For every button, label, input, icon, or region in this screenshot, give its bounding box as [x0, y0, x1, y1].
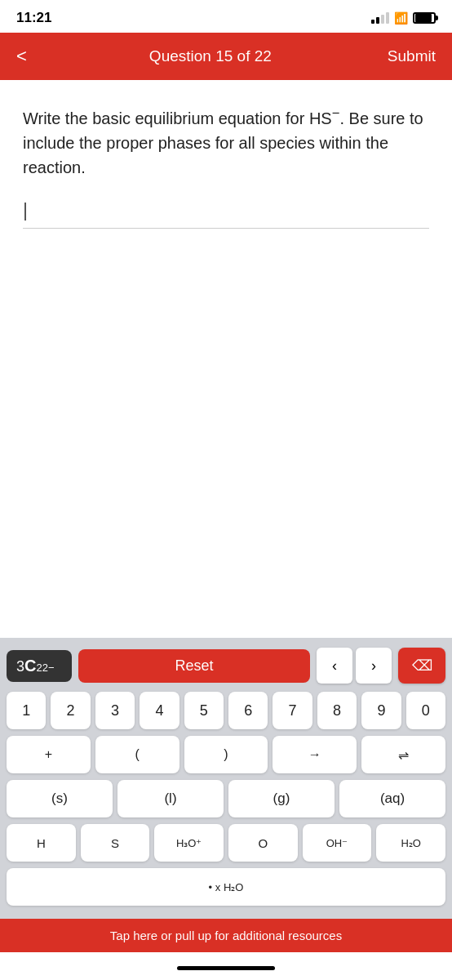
bottom-bar-text: Tap here or pull up for additional resou… — [110, 929, 342, 942]
chem-row: H S H₃O⁺ O OH⁻ H₂O — [7, 824, 445, 862]
phase-row: (s) (l) (g) (aq) — [7, 780, 445, 817]
bottom-bar[interactable]: Tap here or pull up for additional resou… — [0, 919, 452, 952]
symbols-row: + ( ) → ⇌ — [7, 736, 445, 773]
key-liquid[interactable]: (l) — [117, 780, 224, 817]
key-9[interactable]: 9 — [361, 692, 401, 729]
number-row: 1 2 3 4 5 6 7 8 9 0 — [7, 692, 445, 729]
main-content: Write the basic equilibrium equation for… — [0, 80, 452, 638]
backspace-icon: ⌫ — [412, 657, 432, 675]
chevron-left-icon: ‹ — [332, 657, 337, 675]
key-8[interactable]: 8 — [317, 692, 357, 729]
water-row: • x H₂O — [7, 868, 445, 906]
key-aqueous[interactable]: (aq) — [339, 780, 445, 817]
home-indicator — [0, 952, 452, 980]
key-H[interactable]: H — [7, 824, 76, 862]
key-OH[interactable]: OH⁻ — [303, 824, 372, 862]
key-O[interactable]: O — [228, 824, 298, 862]
battery-icon — [413, 12, 436, 24]
key-plus[interactable]: + — [7, 736, 91, 773]
key-equilibrium[interactable]: ⇌ — [361, 736, 445, 773]
key-gas[interactable]: (g) — [228, 780, 335, 817]
header: < Question 15 of 22 Submit — [0, 33, 452, 80]
key-5[interactable]: 5 — [184, 692, 224, 729]
submit-button[interactable]: Submit — [388, 47, 436, 65]
reset-button[interactable]: Reset — [78, 649, 310, 683]
signal-bars-icon — [371, 12, 389, 24]
wifi-icon: 📶 — [394, 11, 408, 24]
key-arrow[interactable]: → — [273, 736, 357, 773]
status-time: 11:21 — [16, 10, 51, 26]
nav-right-button[interactable]: › — [356, 648, 392, 684]
home-bar — [177, 966, 275, 970]
formula-display: 3 C 2 2− — [7, 650, 72, 682]
key-6[interactable]: 6 — [228, 692, 268, 729]
key-S[interactable]: S — [81, 824, 150, 862]
nav-left-button[interactable]: ‹ — [317, 648, 352, 684]
formula-main: C — [24, 657, 36, 675]
status-bar: 11:21 📶 — [0, 0, 452, 33]
answer-input-area[interactable] — [23, 196, 429, 229]
status-icons: 📶 — [371, 11, 436, 24]
back-button[interactable]: < — [16, 42, 33, 70]
key-open-paren[interactable]: ( — [95, 736, 179, 773]
key-2[interactable]: 2 — [51, 692, 90, 729]
formula-prefix: 3 — [16, 658, 24, 675]
key-0[interactable]: 0 — [406, 692, 445, 729]
key-1[interactable]: 1 — [7, 692, 46, 729]
key-solid[interactable]: (s) — [7, 780, 113, 817]
key-close-paren[interactable]: ) — [184, 736, 268, 773]
key-7[interactable]: 7 — [273, 692, 312, 729]
key-H3O[interactable]: H₃O⁺ — [154, 824, 224, 862]
chevron-right-icon: › — [371, 657, 376, 675]
key-H2O[interactable]: H₂O — [376, 824, 445, 862]
question-text: Write the basic equilibrium equation for… — [23, 103, 429, 180]
keyboard-top-row: 3 C 2 2− Reset ‹ › ⌫ — [7, 648, 445, 684]
backspace-button[interactable]: ⌫ — [398, 648, 445, 684]
header-title: Question 15 of 22 — [33, 47, 388, 65]
key-4[interactable]: 4 — [140, 692, 179, 729]
text-cursor — [24, 203, 26, 220]
nav-buttons: ‹ › — [317, 648, 392, 684]
key-3[interactable]: 3 — [95, 692, 135, 729]
key-xH2O[interactable]: • x H₂O — [7, 868, 445, 906]
keyboard-area: 3 C 2 2− Reset ‹ › ⌫ 1 2 3 4 5 6 7 8 9 0 — [0, 638, 452, 919]
